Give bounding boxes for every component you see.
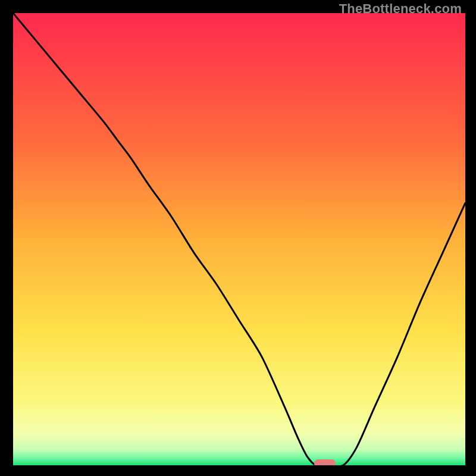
bottleneck-curve bbox=[13, 13, 465, 465]
chart-frame: TheBottleneck.com bbox=[0, 0, 476, 476]
watermark-label: TheBottleneck.com bbox=[339, 1, 462, 17]
plot-area bbox=[13, 13, 465, 465]
optimal-marker bbox=[314, 459, 336, 465]
